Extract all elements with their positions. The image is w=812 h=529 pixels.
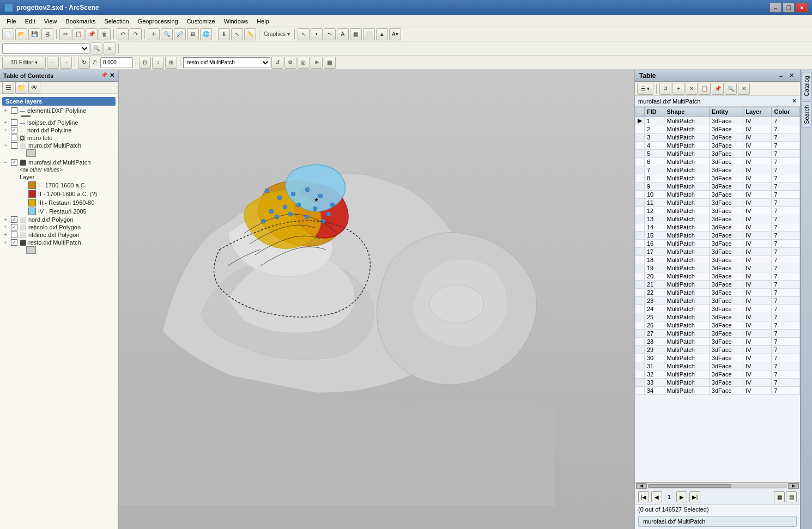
toc-layer-resto[interactable]: + ⬛ resto.dxf MultiPatch — [0, 239, 118, 246]
table-row[interactable]: 5 MultiPatch 3dFace IV 7 — [635, 150, 800, 158]
table-close-btn[interactable]: ✕ — [787, 71, 796, 80]
rotate-btn[interactable]: ↻ — [78, 57, 90, 69]
scroll-right-btn[interactable]: ▶ — [788, 483, 799, 489]
text-button[interactable]: A — [337, 28, 349, 40]
toc-layer-muro-multi[interactable]: + ⬜ muro.dxf MultiPatch — [0, 142, 118, 149]
table-row[interactable]: 31 MultiPatch 3dFace IV 7 — [635, 362, 800, 370]
nav-first-btn[interactable]: |◀ — [638, 491, 649, 502]
measure-button[interactable]: 📏 — [244, 28, 256, 40]
view-cards-btn[interactable]: ▤ — [786, 491, 797, 502]
table-row[interactable]: 21 MultiPatch 3dFace IV 7 — [635, 281, 800, 289]
table-row[interactable]: 17 MultiPatch 3dFace IV 7 — [635, 248, 800, 256]
toc-layer-murofasi[interactable]: – ⬛ murofasi.dxf MultiPatch — [0, 159, 118, 166]
expand-muro-multi[interactable]: + — [2, 142, 9, 149]
menu-bookmarks[interactable]: Bookmarks — [61, 17, 100, 26]
col-shape[interactable]: Shape — [664, 107, 709, 117]
layer-settings[interactable]: ⚙ — [284, 57, 296, 69]
table-row[interactable]: 7 MultiPatch 3dFace IV 7 — [635, 166, 800, 174]
table-row[interactable]: 13 MultiPatch 3dFace IV 7 — [635, 215, 800, 223]
viewport[interactable]: ★ — [119, 70, 634, 529]
table-row[interactable]: 26 MultiPatch 3dFace IV 7 — [635, 321, 800, 330]
check-rifdime[interactable] — [11, 232, 17, 238]
h-scrollbar[interactable]: ◀ ▶ — [635, 482, 800, 489]
table-row[interactable]: 25 MultiPatch 3dFace IV 7 — [635, 313, 800, 321]
graphics-label[interactable]: Graphics ▾ — [262, 31, 292, 37]
dot-button[interactable]: • — [311, 28, 323, 40]
table-row[interactable]: 16 MultiPatch 3dFace IV 7 — [635, 240, 800, 248]
menu-selection[interactable]: Selection — [100, 17, 133, 26]
table-row[interactable]: ▶ 1 MultiPatch 3dFace IV 7 — [635, 117, 800, 125]
col-color[interactable]: Color — [772, 107, 800, 117]
3d-tool2[interactable]: ↕ — [152, 57, 164, 69]
close-button[interactable]: ✕ — [796, 3, 808, 13]
3d-tool3[interactable]: ⊞ — [165, 57, 177, 69]
toc-layer-nord-polygon[interactable]: + ⬜ nord.dxf Polygon — [0, 216, 118, 223]
table-row[interactable]: 20 MultiPatch 3dFace IV 7 — [635, 272, 800, 281]
table-close2-btn[interactable]: ✕ — [738, 83, 750, 95]
expand-nord-polygon[interactable]: + — [2, 216, 9, 223]
table-row[interactable]: 28 MultiPatch 3dFace IV 7 — [635, 338, 800, 346]
table-row[interactable]: 11 MultiPatch 3dFace IV 7 — [635, 199, 800, 207]
zoom-in-button[interactable]: 🔍 — [161, 28, 173, 40]
pointer-button[interactable]: ↖ — [298, 28, 310, 40]
search-tab[interactable]: Search — [801, 101, 812, 128]
maximize-button[interactable]: ❐ — [783, 3, 795, 13]
table-row[interactable]: 19 MultiPatch 3dFace IV 7 — [635, 264, 800, 272]
undo-button[interactable]: ↶ — [117, 28, 129, 40]
menu-windows[interactable]: Windows — [220, 17, 253, 26]
table-row[interactable]: 29 MultiPatch 3dFace IV 7 — [635, 346, 800, 354]
cut-button[interactable]: ✂ — [59, 28, 71, 40]
table-minimize-btn[interactable]: – — [777, 71, 785, 80]
print-button[interactable]: 🖨 — [41, 28, 53, 40]
marker-button[interactable]: ▲ — [376, 28, 388, 40]
delete-button[interactable]: 🗑 — [99, 28, 111, 40]
table-row[interactable]: 4 MultiPatch 3dFace IV 7 — [635, 142, 800, 150]
layer-target[interactable]: ◎ — [298, 57, 310, 69]
table-row[interactable]: 23 MultiPatch 3dFace IV 7 — [635, 297, 800, 305]
layer-refresh[interactable]: ↺ — [271, 57, 283, 69]
layer-table[interactable]: ▦ — [324, 57, 336, 69]
table-close3-btn[interactable]: ✕ — [792, 98, 797, 105]
table-delete-btn[interactable]: ✕ — [686, 83, 698, 95]
menu-customize[interactable]: Customize — [183, 17, 220, 26]
scroll-left-btn[interactable]: ◀ — [636, 483, 647, 489]
menu-help[interactable]: Help — [252, 17, 274, 26]
table-row[interactable]: 30 MultiPatch 3dFace IV 7 — [635, 354, 800, 362]
globe-button[interactable]: 🌐 — [200, 28, 212, 40]
zoom-extent-button[interactable]: ⊞ — [187, 28, 199, 40]
toc-vis-btn[interactable]: 👁 — [28, 82, 40, 94]
nav-prev-btn[interactable]: ◀ — [651, 491, 662, 502]
open-button[interactable]: 📂 — [15, 28, 27, 40]
table-row[interactable]: 2 MultiPatch 3dFace IV 7 — [635, 125, 800, 133]
toc-layer-nord-polyline[interactable]: + — nord.dxf Polyline — [0, 126, 118, 134]
check-nord-polygon[interactable] — [11, 216, 17, 223]
table-row[interactable]: 10 MultiPatch 3dFace IV 7 — [635, 191, 800, 199]
col-fid[interactable]: FID — [645, 107, 664, 117]
table-row[interactable]: 33 MultiPatch 3dFace IV 7 — [635, 379, 800, 387]
select-button[interactable]: ↖ — [231, 28, 243, 40]
3d-back[interactable]: ← — [47, 57, 59, 69]
fill-button[interactable]: ▦ — [350, 28, 362, 40]
toc-list-btn[interactable]: ☰ — [2, 82, 14, 94]
col-entity[interactable]: Entity — [709, 107, 743, 117]
table-add-btn[interactable]: + — [672, 83, 684, 95]
3d-tool1[interactable]: ⊡ — [139, 57, 151, 69]
table-row[interactable]: 15 MultiPatch 3dFace IV 7 — [635, 232, 800, 240]
paste-button[interactable]: 📌 — [86, 28, 98, 40]
z-input[interactable] — [100, 57, 133, 68]
expand-isoipse[interactable]: + — [2, 119, 9, 126]
3d-editor-dropdown[interactable]: 3D Editor ▾ — [2, 57, 46, 69]
check-murofasi[interactable] — [11, 159, 17, 166]
table-search-btn[interactable]: 🔍 — [725, 83, 737, 95]
nav-next-btn[interactable]: ▶ — [676, 491, 687, 502]
minimize-button[interactable]: – — [769, 3, 781, 13]
table-paste-btn[interactable]: 📌 — [712, 83, 724, 95]
table-row[interactable]: 22 MultiPatch 3dFace IV 7 — [635, 289, 800, 297]
toc-source-btn[interactable]: 📁 — [15, 82, 27, 94]
table-row[interactable]: 34 MultiPatch 3dFace IV 7 — [635, 387, 800, 395]
check-isoipse[interactable] — [11, 119, 17, 126]
table-row[interactable]: 14 MultiPatch 3dFace IV 7 — [635, 223, 800, 232]
scroll-thumb[interactable] — [648, 484, 731, 488]
check-nord-polyline[interactable] — [11, 127, 17, 133]
catalog-tab[interactable]: Catalog — [801, 72, 812, 100]
